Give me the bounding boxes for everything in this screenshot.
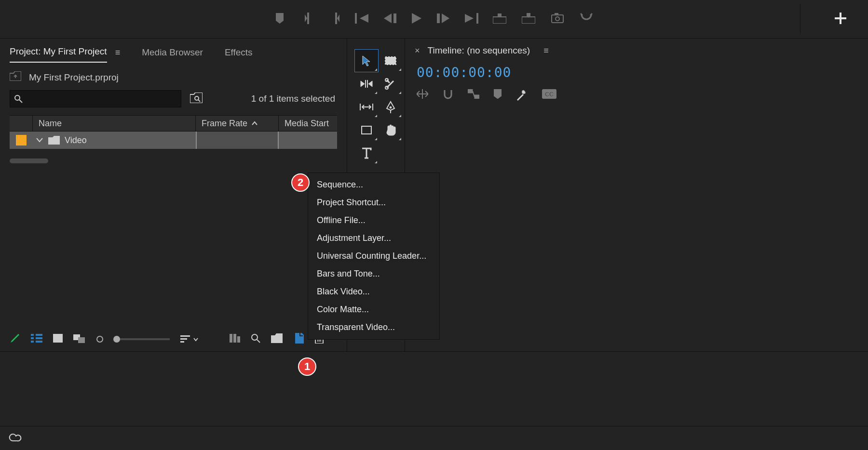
svg-rect-30 <box>468 89 473 93</box>
razor-tool-icon[interactable] <box>379 72 403 95</box>
sort-ascending-icon <box>251 121 258 126</box>
slip-tool-icon[interactable] <box>354 95 379 119</box>
hand-tool-icon[interactable] <box>379 119 403 142</box>
column-media-start[interactable]: Media Start <box>279 116 337 131</box>
marker-icon[interactable] <box>275 13 285 26</box>
list-view-icon[interactable] <box>31 334 42 344</box>
svg-rect-31 <box>475 95 479 99</box>
overwrite-icon[interactable] <box>522 13 535 26</box>
svg-rect-10 <box>31 337 34 339</box>
clip-label-swatch <box>10 135 33 146</box>
new-bin-icon[interactable] <box>271 333 283 345</box>
svg-point-27 <box>385 79 388 81</box>
svg-rect-20 <box>230 334 232 343</box>
panel-menu-icon[interactable]: ≡ <box>543 46 549 56</box>
tab-project[interactable]: Project: My First Project <box>10 46 107 63</box>
table-row[interactable]: Video <box>10 132 337 149</box>
settings-wrench-icon[interactable] <box>516 89 528 103</box>
panel-menu-icon[interactable]: ≡ <box>115 48 121 63</box>
menu-item-color-matte[interactable]: Color Matte... <box>308 301 439 318</box>
svg-rect-5 <box>555 13 558 15</box>
svg-rect-9 <box>36 334 42 336</box>
pen-tool-icon[interactable] <box>379 95 403 119</box>
svg-rect-22 <box>237 336 240 343</box>
svg-point-6 <box>15 95 20 100</box>
svg-point-23 <box>252 334 258 340</box>
svg-rect-3 <box>552 15 563 23</box>
svg-rect-18 <box>180 338 187 340</box>
insert-icon[interactable] <box>493 13 506 26</box>
play-icon[interactable] <box>412 13 421 26</box>
bin-name[interactable]: Video <box>65 135 87 146</box>
search-input[interactable] <box>10 90 181 107</box>
horizontal-scrollbar[interactable] <box>10 159 337 163</box>
new-item-context-menu: Sequence... Project Shortcut... Offline … <box>308 172 440 340</box>
project-panel-footer <box>0 327 347 351</box>
new-item-icon[interactable] <box>293 333 304 345</box>
svg-rect-16 <box>78 337 85 343</box>
sort-icon[interactable] <box>180 335 199 343</box>
svg-rect-25 <box>385 57 396 65</box>
chevron-down-icon[interactable] <box>36 137 43 143</box>
rectangle-tool-icon[interactable] <box>354 119 379 142</box>
timecode-display[interactable]: 00:00:00:00 <box>417 65 858 80</box>
menu-item-adjustment-layer[interactable]: Adjustment Layer... <box>308 229 439 247</box>
selection-tool-icon[interactable] <box>354 49 379 72</box>
find-icon[interactable] <box>251 333 260 345</box>
out-point-icon[interactable] <box>332 13 340 26</box>
linked-selection-icon[interactable] <box>468 89 479 103</box>
captions-icon[interactable]: CC <box>542 89 556 103</box>
find-in-bin-icon[interactable] <box>190 93 203 105</box>
tab-effects[interactable]: Effects <box>225 47 253 63</box>
svg-rect-29 <box>362 126 371 134</box>
export-frame-icon[interactable] <box>551 13 564 26</box>
svg-rect-13 <box>36 341 42 343</box>
tab-media-browser[interactable]: Media Browser <box>142 47 203 63</box>
timeline-title: Timeline: (no sequences) <box>428 45 530 56</box>
insert-sequence-icon[interactable] <box>417 89 428 103</box>
svg-point-7 <box>195 96 199 100</box>
thumbnail-zoom-slider[interactable] <box>117 338 170 340</box>
track-select-tool-icon[interactable] <box>379 49 403 72</box>
comparison-view-icon[interactable] <box>580 13 593 26</box>
step-back-icon[interactable] <box>384 13 396 25</box>
menu-item-transparent-video[interactable]: Transparent Video... <box>308 318 439 336</box>
automate-to-sequence-icon[interactable] <box>230 334 240 344</box>
svg-rect-14 <box>53 334 63 343</box>
annotation-step-2: 2 <box>291 173 310 192</box>
project-panel: Project: My First Project ≡ Media Browse… <box>0 39 347 351</box>
menu-item-bars-and-tone[interactable]: Bars and Tone... <box>308 265 439 283</box>
menu-item-offline-file[interactable]: Offline File... <box>308 212 439 229</box>
menu-item-universal-counting-leader[interactable]: Universal Counting Leader... <box>308 247 439 265</box>
column-name[interactable]: Name <box>33 116 196 131</box>
step-forward-icon[interactable] <box>437 13 449 25</box>
go-to-in-icon[interactable] <box>355 13 368 26</box>
bin-folder-icon <box>48 136 60 145</box>
svg-rect-0 <box>493 17 506 24</box>
svg-point-4 <box>556 17 559 21</box>
menu-item-black-video[interactable]: Black Video... <box>308 283 439 301</box>
close-icon[interactable]: × <box>415 46 420 56</box>
add-button-icon[interactable] <box>835 13 846 26</box>
snap-icon[interactable] <box>443 89 453 103</box>
go-to-out-icon[interactable] <box>465 13 478 26</box>
svg-rect-21 <box>233 334 236 343</box>
ripple-edit-tool-icon[interactable] <box>354 72 379 95</box>
writable-indicator-icon[interactable] <box>10 333 20 345</box>
freeform-view-icon[interactable] <box>73 333 86 345</box>
menu-item-sequence[interactable]: Sequence... <box>308 176 439 194</box>
column-frame-rate[interactable]: Frame Rate <box>196 116 279 131</box>
svg-rect-12 <box>31 341 34 343</box>
svg-rect-19 <box>180 341 184 343</box>
svg-point-26 <box>385 86 388 89</box>
icon-view-icon[interactable] <box>53 334 63 344</box>
in-point-icon[interactable] <box>304 13 312 26</box>
marker-icon[interactable] <box>494 89 502 103</box>
type-tool-icon[interactable] <box>354 142 379 165</box>
menu-item-project-shortcut[interactable]: Project Shortcut... <box>308 194 439 212</box>
transport-toolbar <box>0 0 868 39</box>
creative-cloud-icon[interactable] <box>8 432 22 445</box>
svg-rect-8 <box>31 334 34 336</box>
timeline-panel: × Timeline: (no sequences) ≡ 00:00:00:00… <box>405 39 868 351</box>
bin-up-icon[interactable] <box>10 71 21 83</box>
